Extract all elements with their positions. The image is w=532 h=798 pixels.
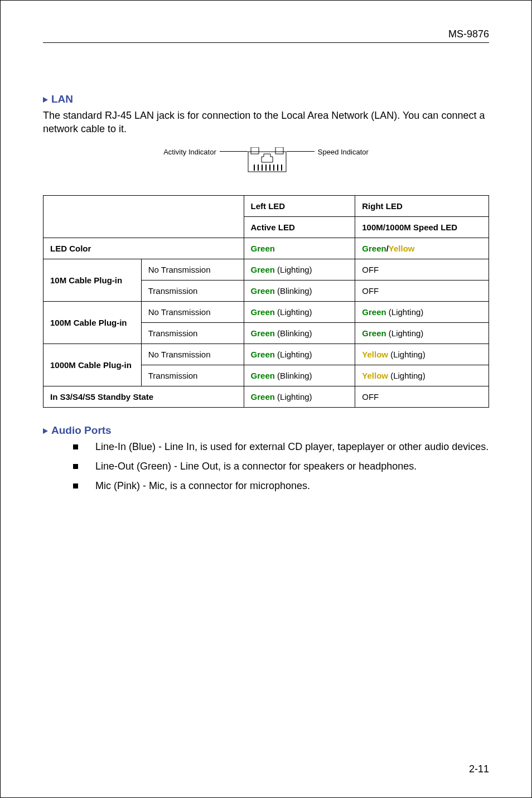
- sfx: (Blinking): [275, 371, 312, 380]
- table-row: In S3/S4/S5 Standby State Green (Lightin…: [43, 386, 489, 407]
- figure-line-left: [220, 151, 248, 152]
- table-row: LED Color Green Green/Yellow: [43, 238, 489, 259]
- triangle-icon: [43, 97, 48, 103]
- lan-heading-row: LAN: [43, 93, 489, 105]
- lan-section: LAN The standard RJ-45 LAN jack is for c…: [43, 93, 489, 408]
- table-blank-header: [43, 195, 244, 238]
- tx: Transmission: [141, 280, 244, 301]
- svg-rect-1: [251, 147, 259, 154]
- cell-off: OFF: [355, 280, 489, 301]
- yellow-text: Yellow: [362, 350, 388, 359]
- hdr-left-led: Left LED: [244, 195, 355, 216]
- sfx: (Blinking): [275, 328, 312, 338]
- header: MS-9876: [43, 28, 489, 43]
- activity-indicator-label: Activity Indicator: [163, 147, 220, 156]
- audio-list: Line-In (Blue) - Line In, is used for ex…: [73, 440, 489, 494]
- rj45-figure: Activity Indicator Speed: [43, 147, 489, 173]
- cell: Green (Lighting): [355, 301, 489, 322]
- lan-heading: LAN: [51, 93, 73, 105]
- doc-id: MS-9876: [43, 28, 489, 40]
- green-text: Green: [251, 244, 275, 253]
- yellow-text: Yellow: [362, 371, 388, 380]
- table-row: 100M Cable Plug-in No Transmission Green…: [43, 301, 489, 322]
- sfx: (Lighting): [386, 307, 424, 317]
- lan-paragraph: The standard RJ-45 LAN jack is for conne…: [43, 109, 489, 136]
- led-table: Left LED Right LED Active LED 100M/1000M…: [43, 195, 489, 408]
- sfx: (Lighting): [275, 350, 312, 359]
- rj45-jack-icon: [248, 147, 287, 173]
- no-tx: No Transmission: [141, 259, 244, 280]
- list-item: Mic (Pink) - Mic, is a connector for mic…: [73, 479, 489, 493]
- audio-section: Audio Ports Line-In (Blue) - Line In, is…: [43, 424, 489, 494]
- green-text: Green: [362, 244, 386, 253]
- table-row: 10M Cable Plug-in No Transmission Green …: [43, 259, 489, 280]
- green-text: Green: [251, 265, 275, 274]
- green-text: Green: [251, 307, 275, 317]
- tx: Transmission: [141, 365, 244, 386]
- green-text: Green: [362, 328, 386, 338]
- led-color-right: Green/Yellow: [355, 238, 489, 259]
- cell: Green (Lighting): [244, 386, 355, 407]
- green-text: Green: [251, 286, 275, 296]
- no-tx: No Transmission: [141, 344, 244, 365]
- green-text: Green: [362, 307, 386, 317]
- hdr-right-led: Right LED: [355, 195, 489, 216]
- r1000-label: 1000M Cable Plug-in: [43, 344, 142, 386]
- svg-rect-2: [275, 147, 283, 154]
- table-row: Left LED Right LED: [43, 195, 489, 216]
- cell: Green (Lighting): [244, 301, 355, 322]
- cell: Yellow (Lighting): [355, 344, 489, 365]
- green-text: Green: [251, 371, 275, 380]
- r100-label: 100M Cable Plug-in: [43, 301, 142, 344]
- audio-heading: Audio Ports: [51, 424, 112, 436]
- cell: Green (Blinking): [244, 280, 355, 301]
- sfx: (Lighting): [275, 392, 312, 402]
- standby-label: In S3/S4/S5 Standby State: [43, 386, 244, 407]
- cell-off: OFF: [355, 386, 489, 407]
- sfx: (Lighting): [275, 307, 312, 317]
- sfx: (Blinking): [275, 286, 312, 296]
- cell: Green (Lighting): [355, 322, 489, 344]
- sfx: (Lighting): [386, 328, 424, 338]
- list-item: Line-Out (Green) - Line Out, is a connec…: [73, 460, 489, 473]
- yellow-text: Yellow: [389, 244, 415, 253]
- green-text: Green: [251, 392, 275, 402]
- sfx: (Lighting): [388, 350, 425, 359]
- cell: Green (Blinking): [244, 322, 355, 344]
- triangle-icon: [43, 428, 48, 434]
- tx: Transmission: [141, 322, 244, 344]
- green-text: Green: [251, 328, 275, 338]
- figure-line-right: [287, 151, 315, 152]
- speed-indicator-label: Speed Indicator: [315, 147, 369, 156]
- page-number: 2-11: [469, 763, 489, 775]
- led-color-label: LED Color: [43, 238, 244, 259]
- no-tx: No Transmission: [141, 301, 244, 322]
- page: MS-9876 LAN The standard RJ-45 LAN jack …: [0, 0, 532, 798]
- led-color-left: Green: [244, 238, 355, 259]
- cell: Green (Blinking): [244, 365, 355, 386]
- cell: Green (Lighting): [244, 259, 355, 280]
- hdr-speed-led: 100M/1000M Speed LED: [355, 216, 489, 238]
- sfx: (Lighting): [275, 265, 312, 274]
- audio-heading-row: Audio Ports: [43, 424, 489, 437]
- cell-off: OFF: [355, 259, 489, 280]
- hdr-active-led: Active LED: [244, 216, 355, 238]
- r10-label: 10M Cable Plug-in: [43, 259, 142, 301]
- cell: Green (Lighting): [244, 344, 355, 365]
- cell: Yellow (Lighting): [355, 365, 489, 386]
- green-text: Green: [251, 350, 275, 359]
- table-row: 1000M Cable Plug-in No Transmission Gree…: [43, 344, 489, 365]
- sfx: (Lighting): [388, 371, 425, 380]
- list-item: Line-In (Blue) - Line In, is used for ex…: [73, 440, 489, 454]
